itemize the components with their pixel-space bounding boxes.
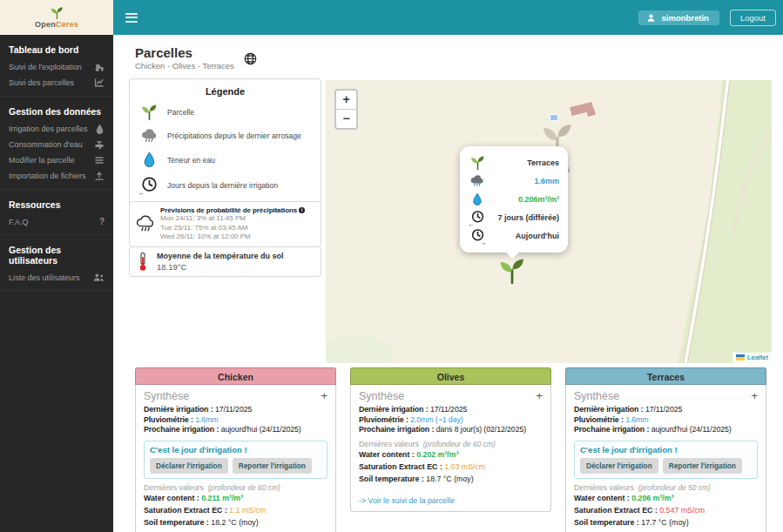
- last-irrigation-row: Dernière irrigation : 17/11/2025: [574, 405, 758, 415]
- seedling-icon: [469, 155, 486, 170]
- popup-rain-value: 1.6mm: [534, 177, 559, 185]
- seedling-icon: [140, 104, 159, 120]
- sidebar-item-liste-utilisateurs[interactable]: Liste des utilisateurs: [0, 270, 113, 285]
- sidebar-section-title: Gestion des données: [0, 103, 113, 121]
- card-title: Terraces: [565, 367, 766, 385]
- map-popup-terraces: Terraces 1.6mm 0.206m³/m³ ← 7 jours (dif…: [460, 146, 568, 253]
- ec-row: Saturation Extract EC : 1.1 mS/cm: [144, 504, 327, 516]
- logout-button[interactable]: Logout: [730, 10, 776, 26]
- declare-irrigation-button[interactable]: Déclarer l'irrigation: [580, 458, 658, 474]
- user-icon: [646, 13, 656, 23]
- popup-row-days-since: ← 7 jours (différée): [469, 208, 559, 226]
- soil-temperature-row: Soil temperature : 18.2 °C (moy): [144, 516, 327, 529]
- legend-item-parcelle: Parcelle: [138, 104, 312, 120]
- page-title: Parcelles: [135, 46, 234, 60]
- popup-row-rain: 1.6mm: [469, 172, 559, 190]
- chart-line-icon: [94, 77, 105, 88]
- tractor-icon: [94, 62, 105, 72]
- question-icon: ?: [99, 217, 105, 226]
- report-irrigation-button[interactable]: Reporter l'irrigation: [233, 458, 312, 474]
- forecast-line: Wed 26/11: 10% at 12:00 PM: [160, 232, 305, 242]
- forecast-title: Prévisions de probabilité de précipitati…: [160, 206, 305, 214]
- irrigation-day-alert: C'est le jour d'irrigation ! Déclarer l'…: [574, 441, 758, 479]
- expand-plus-button[interactable]: +: [321, 391, 327, 401]
- info-icon[interactable]: i: [299, 207, 305, 213]
- popup-row-parcel: Terraces: [469, 153, 559, 172]
- leaflet-attribution-link[interactable]: Leaflet: [747, 354, 768, 361]
- sidebar: OpenCeres Tableau de bord Suivi de l'exp…: [0, 0, 113, 532]
- map-pool: [550, 114, 558, 121]
- brand-logo[interactable]: OpenCeres: [0, 0, 113, 35]
- thermometer-icon: [137, 252, 149, 272]
- ec-row: Saturation Extract EC : 1.03 mS/cm: [359, 461, 543, 473]
- topbar: simonbretin Logout: [113, 0, 783, 35]
- sidebar-section-title: Tableau de bord: [0, 41, 113, 59]
- page-head: Parcelles Chicken - Olives - Terraces: [135, 46, 257, 71]
- zoom-in-button[interactable]: +: [336, 91, 356, 110]
- next-irrigation-row: Prochaine irrigation : aujourd'hui (24/1…: [574, 425, 758, 435]
- forecast-line: Tue 25/11: 75% at 03:45 AM: [160, 224, 305, 233]
- pluviometrie-row: Pluviométrie : 1.6mm: [144, 415, 327, 426]
- last-values-heading: Dernières valeurs (profondeur de 60 cm): [359, 440, 543, 448]
- expand-plus-button[interactable]: +: [536, 391, 543, 401]
- soil-temperature-row: Soil temperature : 18.7 °C (moy): [359, 473, 543, 485]
- sidebar-item-importation-fichiers[interactable]: Importation de fichiers: [0, 168, 113, 184]
- map-attribution: Leaflet: [732, 353, 772, 363]
- alert-text: C'est le jour d'irrigation !: [580, 445, 752, 455]
- synthese-heading: Synthèse: [574, 390, 619, 402]
- popup-row-days-next: → Aujourd'hui: [469, 226, 559, 245]
- sidebar-item-faq[interactable]: F.A.Q ?: [0, 214, 113, 229]
- sidebar-section-title: Ressources: [0, 196, 113, 214]
- rain-cloud-icon: [140, 128, 159, 144]
- water-content-row: Water content : 0.211 m³/m³: [144, 492, 327, 504]
- map[interactable]: Olives Terraces 1.6mm 0.206m³/m³ ← 7 jou…: [326, 80, 772, 363]
- parcel-follow-link[interactable]: -> Voir le suivi de la parcelle: [359, 496, 543, 505]
- terraces-marker[interactable]: [497, 257, 527, 287]
- irrigation-day-alert: C'est le jour d'irrigation ! Déclarer l'…: [144, 441, 327, 479]
- soil-temp-value: 18.19°C: [157, 262, 284, 272]
- last-irrigation-row: Dernière irrigation : 17/11/2025: [359, 405, 543, 415]
- legend-item-jours-depuis: ← Jours depuis la dernière irrigation: [138, 176, 312, 194]
- legend-item-teneur-eau: Teneur en eau: [138, 152, 312, 168]
- last-values-heading: Dernières valeurs (profondeur de 60 cm): [144, 483, 327, 492]
- legend-item-precipitations: Précipitations depuis le dernier arrosag…: [138, 128, 312, 144]
- parcel-card-olives: Olives Synthèse + Dernière irrigation : …: [350, 367, 551, 512]
- zoom-out-button[interactable]: −: [336, 110, 356, 128]
- user-chip[interactable]: simonbretin: [638, 10, 719, 25]
- soil-temperature-row: Soil temperature : 17.7 °C (moy): [574, 516, 758, 529]
- sidebar-item-suivi-parcelles[interactable]: Suivi des parcelles: [0, 75, 113, 91]
- expand-plus-button[interactable]: +: [751, 391, 758, 401]
- sidebar-section-dashboard: Tableau de bord Suivi de l'exploitation …: [0, 35, 113, 97]
- sidebar-item-irrigation-parcelles[interactable]: Irrigation des parcelles: [0, 121, 113, 137]
- water-drop-icon: [143, 152, 156, 168]
- hamburger-menu-icon[interactable]: [125, 10, 138, 24]
- sidebar-section-resources: Ressources F.A.Q ?: [0, 190, 113, 235]
- report-irrigation-button[interactable]: Reporter l'irrigation: [663, 458, 742, 474]
- sidebar-section-data: Gestion des données Irrigation des parce…: [0, 97, 113, 190]
- next-irrigation-row: Prochaine irrigation : dans 8 jour(s) (0…: [359, 425, 543, 435]
- sidebar-item-consommation-eau[interactable]: Consommation d'eau: [0, 137, 113, 152]
- globe-icon[interactable]: [244, 52, 257, 65]
- sidebar-item-suivi-exploitation[interactable]: Suivi de l'exploitation: [0, 59, 113, 75]
- parcel-card-chicken: Chicken Synthèse + Dernière irrigation :…: [135, 367, 336, 532]
- sidebar-item-modifier-parcelle[interactable]: Modifier la parcelle: [0, 152, 113, 168]
- upload-icon: [94, 171, 105, 181]
- popup-days-next-value: Aujourd'hui: [516, 232, 559, 240]
- water-content-row: Water content : 0.206 m³/m³: [574, 492, 758, 504]
- popup-days-since-value: 7 jours (différée): [497, 213, 559, 222]
- card-title: Olives: [350, 367, 551, 385]
- declare-irrigation-button[interactable]: Déclarer l'irrigation: [150, 458, 228, 474]
- alert-text: C'est le jour d'irrigation !: [150, 445, 321, 455]
- popup-parcel-name: Terraces: [527, 158, 559, 167]
- sidebar-section-users: Gestion des utilisateurs Liste des utili…: [0, 235, 113, 291]
- rain-forecast-icon: [135, 215, 155, 233]
- seedling-logo-icon: [50, 6, 64, 19]
- last-values-heading: Dernières valeurs (profondeur de 50 cm): [574, 483, 758, 492]
- popup-row-water: 0.206m³/m³: [469, 190, 559, 208]
- ec-row: Saturation Extract EC : 0.547 mS/cm: [574, 504, 758, 516]
- synthese-heading: Synthèse: [144, 390, 189, 402]
- sidebar-section-title: Gestion des utilisateurs: [0, 241, 113, 270]
- pluviometrie-row: Pluviométrie : 2.0mm (~1 day): [359, 415, 543, 426]
- synthese-heading: Synthèse: [359, 390, 404, 402]
- water-content-row: Water content : 0.202 m³/m³: [359, 448, 543, 461]
